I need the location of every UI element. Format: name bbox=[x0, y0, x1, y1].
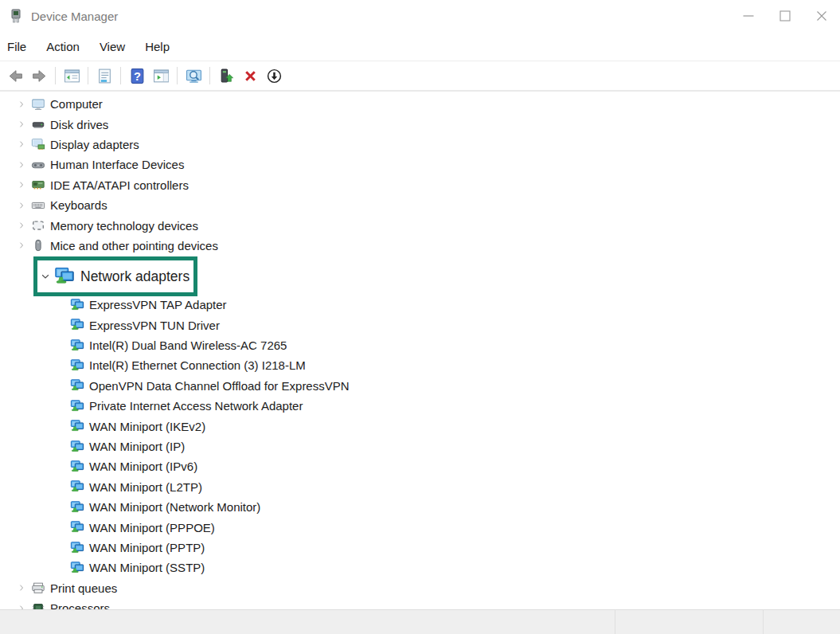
menu-action[interactable]: Action bbox=[46, 40, 80, 53]
menu-view[interactable]: View bbox=[100, 40, 125, 53]
tree-item-print-queues[interactable]: Print queues bbox=[0, 578, 840, 598]
disable-device-button[interactable] bbox=[264, 65, 284, 86]
tree-item-label: Computer bbox=[50, 97, 103, 111]
tree-item-adapter[interactable]: WAN Miniport (SSTP) bbox=[0, 558, 840, 577]
tree-item-adapter[interactable]: WAN Miniport (L2TP) bbox=[0, 477, 840, 497]
network-adapter-icon bbox=[69, 540, 84, 555]
chevron-right-icon[interactable] bbox=[14, 604, 28, 609]
show-action-pane-button[interactable] bbox=[150, 65, 171, 86]
show-console-tree-button[interactable] bbox=[61, 65, 82, 86]
tree-item-label: WAN Miniport (PPTP) bbox=[89, 541, 205, 554]
network-adapter-icon bbox=[69, 297, 84, 312]
window-controls bbox=[730, 0, 840, 32]
network-adapter-icon bbox=[69, 378, 84, 393]
tree-item-label: WAN Miniport (IP) bbox=[89, 440, 185, 453]
tree-item-label: Intel(R) Ethernet Connection (3) I218-LM bbox=[89, 358, 306, 372]
chevron-down-icon[interactable] bbox=[39, 271, 52, 282]
chevron-right-icon[interactable] bbox=[14, 180, 28, 190]
controller-card-icon bbox=[30, 178, 45, 193]
tree-item-adapter[interactable]: OpenVPN Data Channel Offload for Express… bbox=[0, 376, 840, 396]
tree-item-adapter[interactable]: WAN Miniport (IPv6) bbox=[0, 456, 840, 476]
chevron-right-icon[interactable] bbox=[14, 583, 28, 593]
minimize-button[interactable] bbox=[730, 0, 767, 32]
tree-item-adapter[interactable]: WAN Miniport (Network Monitor) bbox=[0, 497, 840, 517]
menu-bar: File Action View Help bbox=[0, 32, 840, 61]
toolbar-separator bbox=[88, 67, 88, 84]
status-bar-segment bbox=[0, 610, 615, 634]
tree-item-label: ExpressVPN TAP Adapter bbox=[89, 298, 227, 311]
tree-item-adapter[interactable]: Intel(R) Dual Band Wireless-AC 7265 bbox=[0, 335, 840, 355]
tree-item-label: Display adapters bbox=[50, 138, 139, 151]
tree-item-display-adapters[interactable]: Display adapters bbox=[0, 135, 840, 155]
tree-item-label: Intel(R) Dual Band Wireless-AC 7265 bbox=[89, 339, 287, 352]
chevron-right-icon[interactable] bbox=[14, 100, 28, 109]
tree-item-memory-technology-devices[interactable]: Memory technology devices bbox=[0, 215, 840, 235]
tree-item-label: WAN Miniport (SSTP) bbox=[89, 561, 205, 574]
uninstall-device-button[interactable] bbox=[240, 65, 260, 86]
tree-item-adapter[interactable]: WAN Miniport (IP) bbox=[0, 436, 840, 456]
tree-item-label: Mice and other pointing devices bbox=[50, 239, 218, 252]
status-bar bbox=[0, 609, 840, 634]
network-adapters-children: ExpressVPN TAP Adapter ExpressVPN TUN Dr… bbox=[0, 295, 840, 577]
tree-item-computer[interactable]: Computer bbox=[0, 94, 840, 114]
toolbar-separator bbox=[177, 67, 178, 84]
chevron-right-icon[interactable] bbox=[14, 241, 28, 250]
toolbar-separator bbox=[120, 67, 121, 84]
network-adapter-icon bbox=[69, 439, 84, 454]
tree-item-adapter[interactable]: ExpressVPN TAP Adapter bbox=[0, 295, 840, 315]
device-tree: Computer Disk drives Display adapters Hu… bbox=[0, 92, 840, 609]
tree-item-disk-drives[interactable]: Disk drives bbox=[0, 114, 840, 134]
tree-item-adapter[interactable]: WAN Miniport (PPPOE) bbox=[0, 517, 840, 537]
network-adapter-icon bbox=[69, 459, 84, 474]
menu-help[interactable]: Help bbox=[145, 40, 170, 53]
network-adapter-icon bbox=[69, 338, 84, 353]
display-adapter-icon bbox=[30, 137, 45, 152]
chevron-right-icon[interactable] bbox=[14, 221, 28, 230]
title-bar: Device Manager bbox=[0, 0, 840, 32]
network-adapter-icon bbox=[69, 479, 84, 495]
tree-item-adapter[interactable]: Intel(R) Ethernet Connection (3) I218-LM bbox=[0, 355, 840, 375]
memory-card-icon bbox=[30, 218, 45, 233]
network-adapter-icon bbox=[69, 398, 84, 413]
maximize-button[interactable] bbox=[767, 0, 803, 32]
tree-item-label: WAN Miniport (PPPOE) bbox=[89, 521, 215, 534]
tree-item-label: Processors bbox=[50, 601, 110, 609]
tree-item-adapter[interactable]: ExpressVPN TUN Driver bbox=[0, 315, 840, 335]
close-button[interactable] bbox=[803, 0, 840, 32]
menu-file[interactable]: File bbox=[7, 40, 26, 53]
tree-item-label: Print queues bbox=[50, 581, 117, 595]
tree-item-adapter[interactable]: WAN Miniport (IKEv2) bbox=[0, 416, 840, 436]
forward-button[interactable] bbox=[29, 65, 49, 86]
properties-button[interactable] bbox=[94, 65, 115, 86]
network-adapter-icon bbox=[69, 358, 84, 373]
tree-item-mice[interactable]: Mice and other pointing devices bbox=[0, 236, 840, 256]
network-adapter-icon bbox=[53, 266, 75, 288]
tree-item-label: Disk drives bbox=[50, 118, 108, 131]
chevron-right-icon[interactable] bbox=[14, 119, 28, 129]
chevron-right-icon[interactable] bbox=[14, 160, 28, 170]
scan-hardware-changes-button[interactable] bbox=[183, 65, 204, 86]
toolbar bbox=[0, 61, 840, 92]
help-button[interactable] bbox=[127, 65, 147, 86]
chevron-right-icon[interactable] bbox=[14, 201, 28, 210]
network-adapter-icon bbox=[69, 318, 84, 333]
tree-item-label: WAN Miniport (IKEv2) bbox=[89, 420, 205, 433]
tree-item-network-adapters-highlighted[interactable]: Network adapters bbox=[33, 256, 197, 296]
status-bar-segment bbox=[763, 610, 840, 634]
update-driver-button[interactable] bbox=[216, 65, 236, 86]
tree-item-processors[interactable]: Processors bbox=[0, 598, 840, 609]
network-adapter-icon bbox=[69, 499, 84, 515]
tree-item-label: WAN Miniport (IPv6) bbox=[89, 460, 197, 473]
network-adapter-icon bbox=[69, 560, 84, 575]
tree-item-adapter[interactable]: WAN Miniport (PPTP) bbox=[0, 538, 840, 558]
toolbar-separator bbox=[209, 67, 210, 84]
tree-item-label: Memory technology devices bbox=[50, 219, 198, 233]
tree-item-human-interface-devices[interactable]: Human Interface Devices bbox=[0, 155, 840, 174]
tree-item-ide-controllers[interactable]: IDE ATA/ATAPI controllers bbox=[0, 175, 840, 195]
chevron-right-icon[interactable] bbox=[14, 139, 28, 149]
status-bar-segment bbox=[615, 610, 763, 634]
tree-item-adapter[interactable]: Private Internet Access Network Adapter bbox=[0, 396, 840, 416]
back-button[interactable] bbox=[5, 65, 25, 86]
device-manager-icon bbox=[8, 8, 24, 24]
tree-item-keyboards[interactable]: Keyboards bbox=[0, 195, 840, 215]
